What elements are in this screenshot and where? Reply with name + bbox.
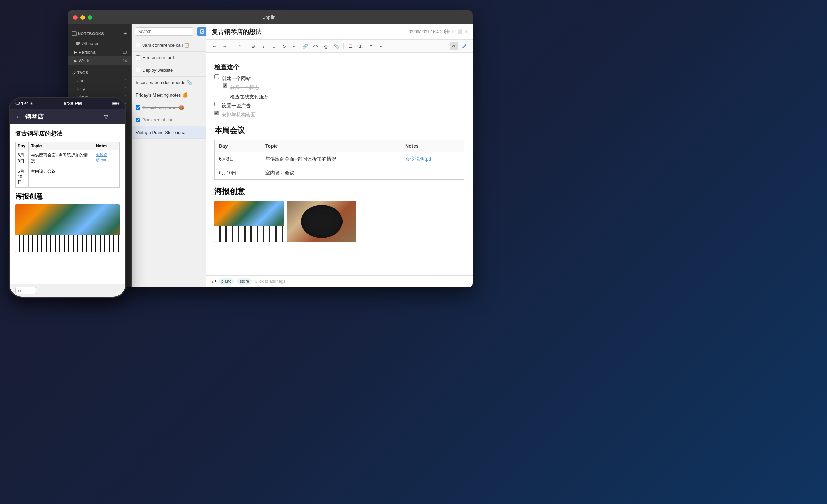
note-checkbox[interactable]: [136, 105, 140, 110]
sidebar-item-all-notes[interactable]: All notes: [68, 39, 131, 48]
check-label-3: 检查在线支付服务: [230, 93, 269, 100]
checklist-button[interactable]: ≡: [367, 42, 375, 50]
editor-date: 03/06/2021 16:49: [409, 29, 441, 34]
tag-icon: [72, 71, 76, 75]
tag-piano[interactable]: piano: [219, 278, 234, 285]
svg-rect-4: [76, 44, 79, 45]
check-3[interactable]: [223, 93, 227, 97]
svg-rect-18: [118, 103, 119, 104]
ordered-list-button[interactable]: 1.: [357, 42, 365, 50]
vinyl-image: [287, 201, 356, 242]
section1-heading: 检查这个: [214, 62, 464, 72]
editor-toolbar: ← → ↗ B I U S ··· 🔗 <> {} 📎 ☰ 1. ≡ ···: [206, 40, 473, 53]
section2-heading: 本周会议: [214, 124, 464, 136]
table-cell-day: 6月10日: [215, 166, 261, 179]
note-item-accountant[interactable]: Hire accountant: [132, 52, 206, 64]
note-item-rental-car[interactable]: Book rental car: [132, 114, 206, 126]
phone-back-button[interactable]: ←: [15, 113, 21, 120]
phone-section-heading: 海报创意: [15, 192, 120, 201]
check-5[interactable]: [214, 111, 219, 115]
search-input[interactable]: [135, 27, 193, 36]
strikethrough-button[interactable]: S: [280, 42, 288, 50]
bold-button[interactable]: B: [249, 42, 257, 50]
mobile-phone: Carrier 6:38 PM ← 钢琴店 ▽ ⋮ 复古钢琴店的想法: [9, 97, 126, 298]
underline-button[interactable]: U: [270, 42, 278, 50]
note-item-friday-meeting[interactable]: Friday's Meeting notes 🍊: [132, 89, 206, 101]
editor-footer: 🏷 piano store Click to add tags...: [206, 275, 473, 287]
sidebar-item-personal[interactable]: ▶ Personal 13: [68, 48, 131, 56]
svg-rect-17: [113, 103, 118, 105]
add-notebook-button[interactable]: +: [123, 30, 127, 37]
editor-title: 复古钢琴店的想法: [212, 28, 261, 36]
italic-button[interactable]: I: [259, 42, 268, 50]
toggle-view-button[interactable]: MD: [450, 42, 458, 50]
language-icon[interactable]: [444, 29, 450, 35]
app-body: NOTEBOOKS + All notes ▶ Personal 13 ▶ Wo…: [68, 24, 473, 287]
minimize-button[interactable]: [80, 15, 85, 20]
note-checkbox[interactable]: [136, 68, 140, 72]
back-button[interactable]: ←: [210, 42, 219, 50]
open-external-button[interactable]: ↗: [235, 42, 243, 50]
svg-rect-0: [72, 32, 76, 36]
notebooks-section-header: NOTEBOOKS +: [68, 28, 131, 39]
note-checkbox[interactable]: [136, 118, 140, 122]
code-block-button[interactable]: {}: [322, 42, 330, 50]
table-header-notes: Notes: [401, 140, 464, 152]
phone-nav-bar: ← 钢琴店 ▽ ⋮: [10, 109, 125, 124]
note-item-parcel[interactable]: Go pick up parcel 🍪: [132, 101, 206, 114]
note-checkbox[interactable]: [136, 43, 140, 47]
table-cell-topic: 与供应商会面--询问该折扣的情况: [261, 152, 401, 166]
attachment-button[interactable]: 📎: [332, 42, 340, 50]
check-1[interactable]: [214, 74, 219, 79]
note-item-incorporation[interactable]: Incorporation documents 📎: [132, 76, 206, 89]
checkbox-view-button[interactable]: [197, 27, 206, 36]
add-tag-button[interactable]: Click to add tags...: [255, 279, 289, 284]
battery-indicator: [112, 101, 120, 106]
tags-label-row: TAGS: [72, 71, 88, 75]
phone-close-input[interactable]: [15, 287, 36, 294]
forward-button[interactable]: →: [221, 42, 229, 50]
more-format-button[interactable]: ···: [291, 42, 299, 50]
link-button[interactable]: 🔗: [301, 42, 309, 50]
piano-image: [214, 201, 284, 242]
sidebar-item-work[interactable]: ▶ Work 14: [68, 56, 131, 65]
close-button[interactable]: [73, 15, 78, 20]
note-item-deploy[interactable]: Deploy website: [132, 64, 206, 76]
battery-icon: [112, 101, 120, 106]
vinyl-poster-image: [287, 201, 356, 242]
sidebar-tag-car[interactable]: car 1: [68, 77, 131, 85]
share-icon[interactable]: ⬜: [457, 29, 463, 34]
arrow-icon: ▶: [74, 59, 77, 63]
table-cell-notes: [401, 166, 464, 179]
notes-link[interactable]: 会议说明.pdf: [405, 156, 433, 162]
maximize-button[interactable]: [88, 15, 92, 20]
sidebar-tag-jelly[interactable]: jelly 1: [68, 85, 131, 93]
phone-meeting-table: Day Topic Notes 6月8日 与供应商会面--询问该折扣的情况 会议…: [15, 142, 120, 188]
app-title: Joplin: [92, 15, 446, 20]
note-checkbox[interactable]: [136, 55, 140, 60]
check-4[interactable]: [214, 102, 219, 106]
phone-notes-link[interactable]: 会议说明.pdf: [96, 153, 107, 162]
note-title: Hire accountant: [142, 55, 174, 60]
edit-button[interactable]: [460, 42, 469, 50]
phone-bottom-bar: [10, 284, 125, 297]
notebooks-icon: NOTEBOOKS: [72, 31, 104, 36]
check-2[interactable]: [223, 83, 227, 88]
editor-panel: 复古钢琴店的想法 03/06/2021 16:49 fr ⬜ ℹ ← → ↗ B: [206, 24, 473, 287]
tag-store[interactable]: store: [237, 278, 252, 285]
phone-more-icon[interactable]: ⋮: [114, 114, 120, 120]
phone-filter-icon[interactable]: ▽: [104, 114, 108, 120]
phone-table-cell-day: 6月10日: [16, 166, 29, 188]
note-item-conference[interactable]: 8am conference call 📋: [132, 39, 206, 52]
bullet-list-button[interactable]: ☰: [346, 42, 355, 50]
phone-table-cell-topic: 与供应商会面--询问该折扣的情况: [29, 150, 94, 166]
note-item-vintage-piano[interactable]: Vintage Piano Store idea: [132, 126, 206, 139]
note-title: Friday's Meeting notes 🍊: [136, 92, 188, 98]
code-button[interactable]: <>: [311, 42, 320, 50]
check-item-3: 检查在线支付服务: [223, 93, 464, 100]
status-time: 6:38 PM: [64, 101, 82, 106]
more-button[interactable]: ···: [377, 42, 386, 50]
table-header-topic: Topic: [261, 140, 401, 152]
note-title: Incorporation documents 📎: [136, 80, 192, 85]
info-icon[interactable]: ℹ: [465, 29, 467, 34]
